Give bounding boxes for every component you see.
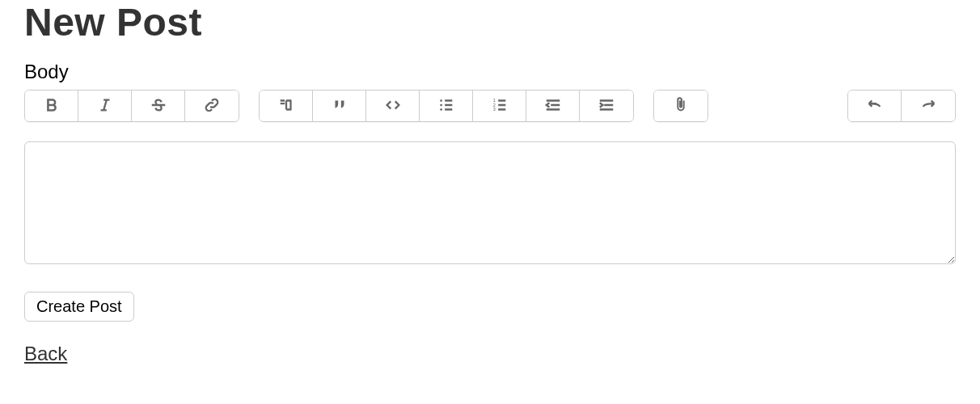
quote-button[interactable] <box>313 90 366 121</box>
italic-icon <box>96 96 114 116</box>
heading-icon <box>277 96 295 116</box>
redo-icon <box>919 96 937 116</box>
svg-text:3: 3 <box>492 107 495 112</box>
undo-button[interactable] <box>848 90 902 121</box>
strike-icon <box>150 96 167 116</box>
toolbar-group-history <box>847 90 956 122</box>
body-label: Body <box>24 61 956 83</box>
body-editor[interactable] <box>24 141 956 264</box>
svg-point-0 <box>440 99 442 102</box>
strike-button[interactable] <box>132 90 185 121</box>
indent-button[interactable] <box>580 90 633 121</box>
italic-button[interactable] <box>78 90 132 121</box>
create-post-button[interactable]: Create Post <box>24 292 134 322</box>
undo-icon <box>866 96 884 116</box>
indent-icon <box>598 96 615 116</box>
bold-button[interactable] <box>25 90 78 121</box>
code-icon <box>384 96 402 116</box>
number-list-icon: 123 <box>491 96 509 116</box>
outdent-button[interactable] <box>526 90 580 121</box>
svg-point-2 <box>440 108 442 111</box>
toolbar-group-blocks: 123 <box>259 90 634 122</box>
back-link[interactable]: Back <box>24 343 67 365</box>
toolbar-group-attach <box>653 90 708 122</box>
page-title: New Post <box>24 0 956 44</box>
heading-button[interactable] <box>260 90 313 121</box>
bold-icon <box>43 96 61 116</box>
attach-button[interactable] <box>654 90 708 121</box>
toolbar-group-formatting <box>24 90 239 122</box>
editor-toolbar: 123 <box>24 90 956 122</box>
bullet-list-button[interactable] <box>420 90 473 121</box>
redo-button[interactable] <box>902 90 955 121</box>
bullet-list-icon <box>437 96 455 116</box>
outdent-icon <box>544 96 562 116</box>
number-list-button[interactable]: 123 <box>473 90 526 121</box>
svg-point-1 <box>440 103 442 106</box>
code-button[interactable] <box>366 90 420 121</box>
quote-icon <box>331 96 348 116</box>
attachment-icon <box>672 96 690 116</box>
link-button[interactable] <box>185 90 239 121</box>
link-icon <box>203 96 221 116</box>
